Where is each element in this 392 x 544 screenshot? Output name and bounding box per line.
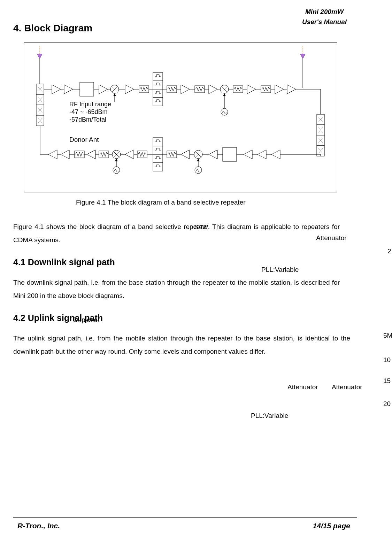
svg-marker-67 (181, 150, 190, 159)
svg-rect-64 (153, 154, 163, 163)
paragraph-3: The uplink signal path, i.e. from the mo… (13, 332, 350, 358)
svg-rect-65 (153, 163, 163, 171)
doc-header: Mini 200mW User's Manual (302, 7, 347, 27)
svg-marker-29 (181, 85, 190, 94)
stray-two: 2 (387, 247, 391, 255)
svg-marker-17 (52, 85, 61, 94)
svg-marker-20 (99, 85, 108, 94)
svg-marker-54 (48, 150, 57, 159)
svg-marker-79 (115, 159, 118, 161)
block-diagram: RF Input range -47 ~ -65dBm -57dBm/Total… (24, 43, 337, 192)
stray-20: 20 (383, 400, 391, 408)
page-footer: R-Tron., Inc. 14/15 page (17, 522, 350, 530)
svg-rect-27 (153, 98, 163, 106)
svg-marker-18 (64, 85, 73, 94)
stray-10: 10 (383, 356, 391, 364)
svg-marker-71 (244, 150, 252, 159)
svg-rect-70 (223, 147, 237, 161)
figure-caption: Figure 4.1 The block diagram of a band s… (76, 199, 371, 206)
stray-5m: 5M (383, 332, 392, 339)
svg-marker-34 (247, 85, 256, 94)
svg-rect-19 (80, 82, 94, 96)
stray-pll-1: PLL:Variable (261, 266, 299, 274)
svg-marker-22 (125, 85, 134, 94)
doc-title-2: User's Manual (302, 17, 347, 27)
footer-company: R-Tron., Inc. (17, 522, 60, 530)
stray-pll-2: PLL:Variable (251, 412, 288, 420)
svg-marker-60 (125, 150, 134, 159)
svg-rect-24 (153, 72, 163, 81)
subheading-uplink: 4.2 Uplink signal path (13, 313, 371, 323)
svg-marker-82 (197, 159, 200, 161)
footer-page: 14/15 page (313, 522, 350, 530)
svg-marker-69 (209, 150, 217, 159)
stray-attenuator-3: Attenuator (332, 383, 362, 391)
svg-marker-31 (209, 85, 217, 94)
svg-point-80 (113, 167, 120, 174)
svg-marker-37 (287, 85, 296, 94)
subheading-downlink: 4.1 Downlink signal path (13, 257, 371, 267)
donor-ant-label: Donor Ant (69, 136, 99, 143)
rf-input-line1: RF Input range (69, 101, 111, 108)
svg-marker-57 (87, 150, 95, 159)
stray-attenuator-1: Attenuator (316, 234, 347, 242)
svg-rect-26 (153, 89, 163, 98)
svg-marker-55 (61, 150, 69, 159)
stray-attenuator-2: Attenuator (287, 383, 318, 391)
svg-marker-73 (271, 150, 280, 159)
stray-duplexer: Duplexer (73, 316, 100, 324)
svg-rect-25 (153, 81, 163, 89)
rf-input-line2: -47 ~ -65dBm (69, 108, 108, 115)
stray-saw: SAW (194, 224, 208, 231)
paragraph-1: Figure 4.1 shows the block diagram of a … (13, 220, 340, 247)
svg-point-83 (195, 167, 202, 174)
svg-marker-2 (37, 54, 42, 59)
stray-15: 15 (383, 377, 391, 385)
svg-marker-72 (258, 150, 266, 159)
svg-point-46 (221, 108, 228, 115)
rf-input-line3: -57dBm/Total (69, 116, 106, 123)
svg-marker-45 (223, 93, 226, 96)
svg-marker-36 (275, 85, 284, 94)
svg-rect-62 (153, 138, 163, 146)
svg-marker-4 (300, 54, 305, 59)
paragraph-2: The downlink signal path, i.e. from the … (13, 276, 340, 302)
doc-title-1: Mini 200mW (302, 7, 347, 17)
footer-rule (13, 517, 357, 518)
svg-rect-63 (153, 146, 163, 154)
svg-marker-43 (113, 93, 116, 96)
